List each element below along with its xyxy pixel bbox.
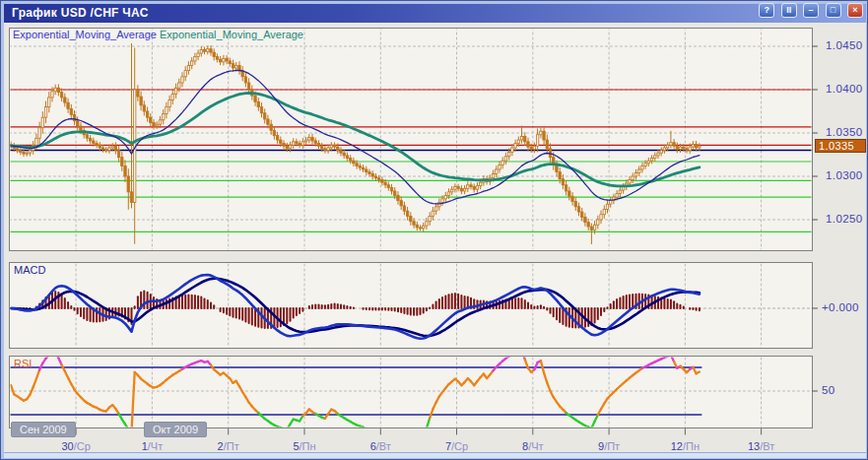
indicator-legend: Exponential_Moving_Average Exponential_M…	[13, 29, 303, 40]
window-title: График USD /CHF ЧАС	[12, 6, 149, 20]
macd-label: MACD	[14, 264, 45, 276]
help-icon[interactable]: ?	[759, 3, 774, 18]
maximize-icon[interactable]: □	[826, 3, 841, 18]
chart-window: График USD /CHF ЧАС ? II – □ × Exponenti…	[0, 0, 868, 460]
time-axis-area[interactable]	[9, 428, 813, 452]
window-buttons: ? II – □ ×	[757, 3, 863, 18]
rsi-label: RSI	[14, 358, 32, 369]
price-axis-area[interactable]	[813, 28, 866, 428]
chart-canvas[interactable]	[1, 1, 868, 460]
status-bar	[4, 452, 866, 458]
pause-icon[interactable]: II	[781, 3, 797, 18]
legend-ema-fast: Exponential_Moving_Average	[13, 29, 157, 40]
title-bar[interactable]: График USD /CHF ЧАС	[4, 4, 866, 23]
close-icon[interactable]: ×	[847, 3, 863, 18]
minimize-icon[interactable]: –	[803, 3, 819, 18]
legend-ema-slow: Exponential_Moving_Average	[160, 29, 303, 40]
